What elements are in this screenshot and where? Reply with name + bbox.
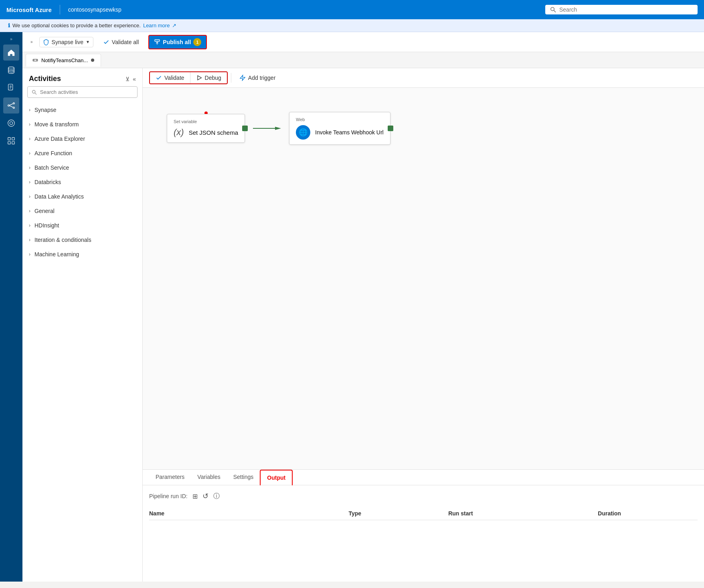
- add-trigger-button[interactable]: Add trigger: [235, 72, 280, 83]
- toolbar-sep: [231, 73, 231, 83]
- svg-line-11: [9, 105, 13, 107]
- activity-item-2[interactable]: ›Azure Data Explorer: [22, 132, 142, 146]
- nav-database[interactable]: [3, 62, 19, 78]
- activity-label: Synapse: [34, 107, 56, 113]
- svg-point-0: [551, 7, 554, 10]
- tab-bar: NotifiyTeamsChan...: [22, 52, 704, 68]
- validate-all-button[interactable]: Validate all: [98, 36, 144, 48]
- svg-rect-17: [12, 142, 14, 144]
- activity-item-4[interactable]: ›Batch Service: [22, 160, 142, 175]
- bottom-tabs: ParametersVariablesSettingsOutput: [143, 470, 704, 485]
- search-activities-input[interactable]: [40, 89, 133, 95]
- pipeline-info-icon[interactable]: ⓘ: [213, 492, 220, 501]
- debug-label: Debug: [205, 75, 221, 81]
- chevron-right-icon: ›: [29, 136, 30, 142]
- search-icon: [550, 6, 556, 13]
- nav-manage[interactable]: [3, 133, 19, 149]
- chevron-right-icon: ›: [29, 165, 30, 170]
- bottom-content: Pipeline run ID: ⊞ ↺ ⓘ Name Type Run sta…: [143, 485, 704, 582]
- activity-item-10[interactable]: ›Machine Learning: [22, 247, 142, 262]
- node1-connector-right: [242, 126, 248, 131]
- top-bar-divider: [60, 5, 60, 14]
- shield-icon: [43, 39, 49, 45]
- validate-icon: [156, 75, 162, 81]
- svg-point-12: [8, 120, 15, 127]
- pipeline-arrow: [253, 124, 281, 133]
- pipeline-run-label: Pipeline run ID:: [149, 493, 188, 499]
- cookie-banner: ℹ We use optional cookies to provide a b…: [0, 19, 704, 32]
- nav-integration[interactable]: [3, 97, 19, 114]
- set-variable-node[interactable]: Set variable (x) Set JSON schema: [167, 114, 245, 143]
- toolbar-expand[interactable]: »: [29, 38, 34, 46]
- activity-item-6[interactable]: ›Data Lake Analytics: [22, 189, 142, 204]
- activity-item-9[interactable]: ›Iteration & conditionals: [22, 233, 142, 247]
- content-area: » Synapse live ▼ Validate all: [22, 32, 704, 582]
- pipeline-run-id-icon[interactable]: ⊞: [192, 493, 198, 500]
- chevron-down-icon: ▼: [86, 40, 90, 44]
- validate-button[interactable]: Validate: [150, 72, 190, 83]
- node1-label: Set JSON schema: [189, 129, 238, 136]
- search-activities-box[interactable]: [27, 86, 138, 98]
- activity-item-5[interactable]: ›Databricks: [22, 175, 142, 189]
- bottom-tab-output[interactable]: Output: [260, 470, 293, 485]
- activities-panel: Activities ⊻ « ›Synapse›Move & transform: [22, 68, 143, 582]
- web-node[interactable]: Web 🌐 Invoke Teams Webhook Url: [289, 112, 390, 145]
- synapse-live-button[interactable]: Synapse live ▼: [39, 37, 93, 47]
- manage-icon: [7, 136, 16, 145]
- col-header-run-start: Run start: [448, 510, 598, 517]
- tab-unsaved-dot: [91, 59, 94, 62]
- canvas-area: Set variable (x) Set JSON schema: [143, 88, 704, 469]
- top-bar: Microsoft Azure contososynapsewksp: [0, 0, 704, 19]
- activity-label: Iteration & conditionals: [34, 237, 91, 243]
- activity-item-7[interactable]: ›General: [22, 204, 142, 218]
- collapse-icon[interactable]: ⊻: [125, 76, 129, 82]
- publish-all-button[interactable]: Publish all 1: [148, 35, 207, 49]
- bottom-tab-variables[interactable]: Variables: [191, 470, 227, 485]
- nav-monitor[interactable]: [3, 115, 19, 131]
- checkmark-icon: [103, 39, 109, 45]
- activity-label: Data Lake Analytics: [34, 193, 84, 200]
- bottom-tab-parameters[interactable]: Parameters: [149, 470, 191, 485]
- activity-label: Azure Data Explorer: [34, 136, 85, 142]
- svg-point-7: [8, 105, 10, 106]
- nav-home[interactable]: [3, 45, 19, 61]
- node2-connector-left: [286, 126, 292, 131]
- close-activities-icon[interactable]: «: [133, 76, 136, 82]
- pipeline-tab[interactable]: NotifiyTeamsChan...: [26, 54, 101, 67]
- node2-header: Web: [296, 117, 384, 122]
- svg-point-13: [10, 122, 12, 124]
- bottom-tab-settings[interactable]: Settings: [227, 470, 260, 485]
- nav-document[interactable]: [3, 80, 19, 96]
- activities-title: Activities: [29, 75, 61, 83]
- nav-expand-btn[interactable]: »: [8, 35, 14, 43]
- pipeline-nodes: Set variable (x) Set JSON schema: [167, 112, 390, 145]
- set-variable-icon: (x): [174, 127, 184, 138]
- search-box[interactable]: [545, 5, 698, 14]
- svg-point-8: [13, 103, 15, 104]
- svg-point-9: [13, 107, 15, 109]
- debug-button[interactable]: Debug: [190, 72, 227, 83]
- chevron-right-icon: ›: [29, 223, 30, 228]
- add-trigger-label: Add trigger: [248, 75, 275, 81]
- database-icon: [7, 66, 16, 75]
- pipeline-refresh-icon[interactable]: ↺: [202, 492, 208, 501]
- node2-connector-right: [388, 126, 393, 131]
- search-input[interactable]: [559, 6, 693, 13]
- learn-more-link[interactable]: Learn more: [143, 22, 170, 28]
- chevron-right-icon: ›: [29, 194, 30, 199]
- activity-item-3[interactable]: ›Azure Function: [22, 146, 142, 160]
- validate-debug-group: Validate Debug: [149, 71, 228, 84]
- activity-label: HDInsight: [34, 222, 59, 229]
- svg-line-10: [9, 103, 13, 105]
- activity-item-8[interactable]: ›HDInsight: [22, 218, 142, 233]
- activity-label: Machine Learning: [34, 251, 79, 258]
- activity-item-1[interactable]: ›Move & transform: [22, 117, 142, 132]
- validate-label: Validate: [164, 75, 184, 81]
- activities-list: ›Synapse›Move & transform›Azure Data Exp…: [22, 103, 142, 582]
- activity-item-0[interactable]: ›Synapse: [22, 103, 142, 117]
- chevron-right-icon: ›: [29, 251, 30, 257]
- col-header-duration: Duration: [598, 510, 698, 517]
- info-icon: ℹ: [8, 22, 10, 28]
- tab-name: NotifiyTeamsChan...: [41, 57, 88, 63]
- activity-label: Azure Function: [34, 150, 72, 156]
